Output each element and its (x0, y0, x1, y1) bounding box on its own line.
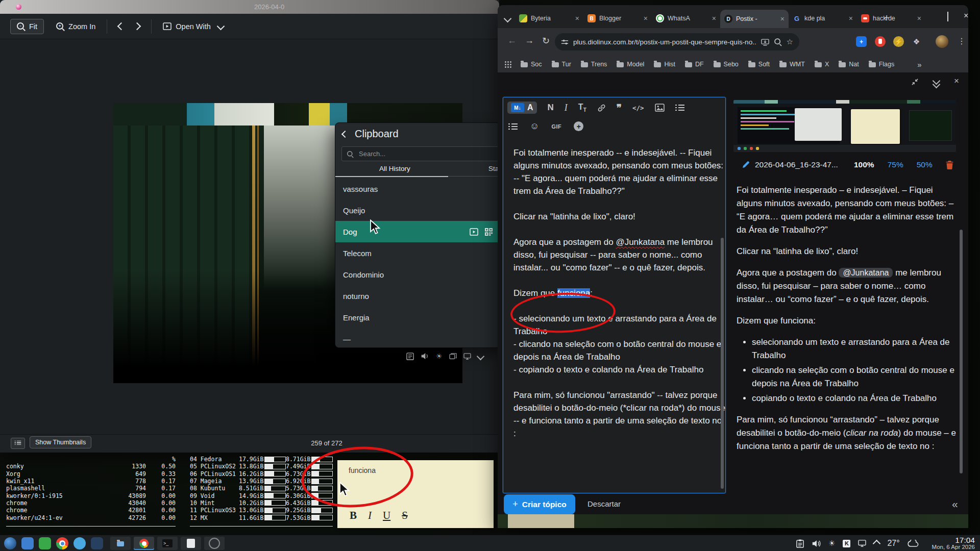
clipboard-item[interactable]: Energia (335, 307, 506, 328)
numbered-list-icon[interactable] (508, 123, 518, 130)
search-input[interactable] (358, 149, 477, 158)
browser-tab-active[interactable]: DPostix - (720, 10, 789, 28)
browser-tab[interactable]: Gkde pla (789, 10, 857, 27)
mention-pill[interactable]: @Junkatana (839, 268, 893, 278)
bookmark-folder[interactable]: Tur (552, 61, 571, 68)
tab-close-icon[interactable] (644, 14, 648, 22)
upload-image-icon[interactable] (655, 104, 665, 112)
brightness-icon[interactable]: ☀ (828, 539, 835, 548)
url-text[interactable]: plus.diolinux.com.br/t/postix-um-postit-… (573, 38, 756, 46)
forward-icon[interactable]: → (525, 35, 534, 46)
extension-bolt-icon[interactable] (893, 36, 904, 47)
site-settings-icon[interactable] (561, 38, 569, 46)
browser-tab[interactable]: hack de (857, 10, 925, 27)
emoji-icon[interactable]: ☺ (530, 121, 539, 132)
chevron-down-icon[interactable] (476, 352, 484, 360)
back-icon[interactable] (341, 130, 349, 137)
collapse-composer-icon[interactable] (934, 78, 939, 87)
close-composer-icon[interactable]: × (954, 76, 959, 87)
clipboard-item-selected[interactable]: Dog (335, 221, 506, 242)
tab-close-icon[interactable] (780, 15, 785, 23)
bold-button[interactable]: N (548, 103, 554, 113)
bold-button[interactable]: B (350, 509, 357, 522)
scale-50-option[interactable]: 50% (917, 160, 933, 169)
bookmark-folder[interactable]: X (815, 61, 829, 68)
next-image-button[interactable] (129, 20, 145, 32)
clipboard-item[interactable]: Telecom (335, 242, 506, 264)
bookmarks-overflow-icon[interactable] (917, 60, 921, 69)
markdown-mode-icon[interactable]: M↓ (511, 103, 524, 112)
tab-close-icon[interactable] (917, 14, 921, 22)
clipboard-item[interactable]: Condominio (335, 264, 506, 285)
keepass-icon[interactable]: K (843, 540, 850, 547)
bookmark-folder[interactable]: DF (685, 61, 704, 68)
more-options-icon[interactable] (574, 121, 583, 131)
link-icon[interactable] (597, 104, 606, 112)
tab-close-icon[interactable] (849, 14, 853, 22)
task-button-terminal[interactable]: >_ (157, 537, 178, 550)
preview-scrollbar[interactable] (960, 230, 963, 473)
browser-tab[interactable]: WhatsA (652, 10, 720, 27)
clipboard-tray-icon[interactable] (796, 539, 804, 548)
task-button-files[interactable] (110, 537, 131, 550)
italic-button[interactable]: I (368, 509, 372, 522)
monitor-icon[interactable] (463, 353, 471, 360)
image-info-icon[interactable] (406, 353, 414, 360)
bookmark-folder[interactable]: Nat (839, 61, 859, 68)
task-button-chrome[interactable] (134, 537, 154, 550)
bookmark-folder[interactable]: Hist (654, 61, 675, 68)
brightness-icon[interactable]: ☀ (436, 352, 443, 360)
bookmark-folder[interactable]: WMT (779, 61, 805, 68)
reload-icon[interactable]: ↻ (542, 35, 550, 46)
new-tab-button[interactable] (884, 12, 890, 23)
editor-scrollbar[interactable] (721, 238, 724, 489)
apps-grid-icon[interactable] (505, 61, 511, 68)
pinned-app-icon[interactable] (39, 537, 51, 549)
browser-menu-icon[interactable] (958, 36, 966, 46)
extension-add-icon[interactable] (856, 36, 867, 47)
extensions-puzzle-icon[interactable] (911, 36, 922, 47)
zoom-in-button[interactable]: + Zoom In (51, 19, 101, 34)
digital-clock[interactable]: 17:04 Mon, 6 Apr 2026 (914, 536, 975, 550)
collapse-panel-icon[interactable] (952, 498, 958, 510)
open-with-button[interactable]: Open With (158, 19, 229, 34)
bookmark-folder[interactable]: Soft (748, 61, 770, 68)
tab-close-icon[interactable] (712, 14, 716, 22)
editor-mode-toggle[interactable]: M↓ A (507, 102, 537, 114)
profile-avatar[interactable] (936, 35, 948, 48)
clipboard-item[interactable]: — (335, 328, 506, 349)
delete-trash-icon[interactable] (946, 161, 953, 169)
attachment-filename[interactable]: 2026-04-06_16-23-47... (755, 160, 852, 169)
bookmark-star-icon[interactable] (787, 37, 793, 46)
thumbnail-bar-toggle-icon[interactable] (11, 438, 25, 449)
create-topic-button[interactable]: Criar tópico (504, 494, 575, 514)
tab-all-history[interactable]: All History (379, 165, 410, 172)
clipboard-item[interactable]: vassouras (335, 178, 506, 199)
address-bar[interactable]: plus.diolinux.com.br/t/postix-um-postit-… (555, 33, 799, 51)
bookmark-folder[interactable]: Model (617, 61, 644, 68)
zoom-icon[interactable] (774, 38, 781, 45)
underline-button[interactable]: U (383, 509, 390, 522)
show-thumbnails-button[interactable]: Show Thumbnails (30, 436, 91, 448)
bookmark-folder[interactable]: Sebo (714, 61, 739, 68)
browser-tab[interactable]: BBlogger (583, 10, 652, 27)
code-button[interactable]: </> (632, 104, 644, 112)
adblock-icon[interactable] (875, 36, 886, 47)
italic-button[interactable]: I (565, 103, 568, 113)
close-button[interactable] (964, 11, 968, 20)
chrome-icon[interactable] (56, 537, 68, 549)
strikethrough-button[interactable]: S (402, 509, 408, 522)
previous-image-button[interactable] (113, 20, 129, 32)
clipboard-item[interactable]: noturno (335, 285, 506, 307)
browser-tab[interactable]: Byteria (515, 10, 583, 27)
back-icon[interactable]: ← (507, 35, 517, 46)
rich-text-mode-icon[interactable]: A (527, 103, 533, 112)
scale-75-option[interactable]: 75% (888, 160, 903, 169)
window-icon[interactable] (449, 353, 457, 360)
app-launcher-icon[interactable] (4, 537, 16, 549)
bookmark-folder[interactable]: Flags (869, 61, 895, 68)
clipboard-item[interactable]: Queijo (335, 199, 506, 221)
qr-code-icon[interactable] (485, 228, 493, 236)
shrink-composer-icon[interactable] (911, 78, 919, 86)
tab-menu-chevron-icon[interactable] (505, 14, 510, 23)
